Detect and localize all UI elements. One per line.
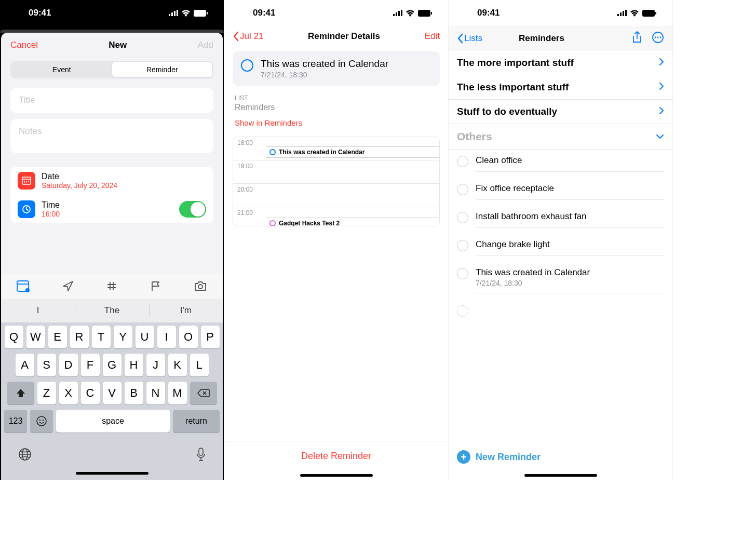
home-indicator[interactable] (300, 474, 373, 477)
phone-new-reminder: 09:41 Cancel New Add Event Reminder Titl… (0, 0, 224, 480)
key-i[interactable]: I (157, 326, 176, 348)
completion-circle[interactable] (241, 59, 253, 72)
key-z[interactable]: Z (37, 382, 56, 405)
suggestion-bar: I The I'm (1, 299, 223, 322)
completion-circle[interactable] (457, 212, 468, 223)
completion-circle[interactable] (457, 184, 468, 195)
svg-point-38 (655, 37, 656, 38)
key-s[interactable]: S (37, 354, 56, 376)
time-toggle[interactable] (179, 201, 206, 218)
mic-icon[interactable] (196, 447, 206, 464)
list-row[interactable]: Stuff to do eventually (449, 100, 672, 124)
key-e[interactable]: E (48, 326, 67, 348)
suggestion-3[interactable]: I'm (149, 299, 223, 322)
key-l[interactable]: L (190, 354, 209, 376)
key-f[interactable]: F (81, 354, 100, 376)
key-w[interactable]: W (26, 326, 45, 348)
signal-icon (169, 10, 178, 16)
timeline-event[interactable]: This was created in Calendar (266, 146, 439, 158)
reminder-item[interactable]: This was created in Calendar 7/21/24, 18… (449, 262, 672, 299)
show-in-reminders-link[interactable]: Show in Reminders (224, 113, 448, 134)
reminder-date: 7/21/24, 18:30 (261, 71, 388, 79)
completion-circle[interactable] (457, 156, 468, 167)
key-g[interactable]: G (103, 354, 122, 376)
title-input[interactable]: Title (10, 88, 213, 113)
return-key[interactable]: return (173, 410, 220, 433)
delete-reminder-button[interactable]: Delete Reminder (224, 441, 448, 471)
home-indicator[interactable] (76, 472, 148, 475)
notes-card: Notes (10, 119, 213, 153)
segment-event[interactable]: Event (11, 62, 112, 77)
reminder-item[interactable]: Fix office receptacle (449, 178, 672, 206)
segmented-control[interactable]: Event Reminder (10, 61, 213, 78)
new-reminder-button[interactable]: + New Reminder (449, 443, 672, 471)
space-key[interactable]: space (56, 410, 170, 433)
numbers-key[interactable]: 123 (4, 410, 27, 433)
list-value: Reminders (224, 102, 448, 113)
key-r[interactable]: R (70, 326, 89, 348)
key-h[interactable]: H (125, 354, 143, 376)
location-accessory-icon[interactable] (62, 280, 74, 294)
others-header[interactable]: Others (449, 124, 672, 150)
key-t[interactable]: T (92, 326, 111, 348)
key-n[interactable]: N (146, 382, 165, 405)
timeline-event[interactable]: Gadget Hacks Test 2 (266, 218, 439, 226)
key-b[interactable]: B (125, 382, 143, 405)
edit-button[interactable]: Edit (425, 31, 440, 42)
key-u[interactable]: U (136, 326, 154, 348)
list-row[interactable]: The less important stuff (449, 75, 672, 100)
time-row[interactable]: Time 16:00 (10, 195, 213, 223)
svg-rect-27 (398, 11, 400, 16)
tag-accessory-icon[interactable] (105, 280, 118, 294)
key-c[interactable]: C (81, 382, 100, 405)
add-button[interactable]: Add (198, 40, 213, 50)
reminder-item[interactable]: Install bathroom exhaust fan (449, 206, 672, 234)
suggestion-1[interactable]: I (1, 299, 75, 322)
new-item-placeholder[interactable] (449, 299, 672, 322)
reminder-title: Install bathroom exhaust fan (476, 211, 664, 222)
key-v[interactable]: V (103, 382, 122, 405)
svg-point-9 (26, 181, 27, 182)
completion-circle[interactable] (457, 240, 468, 251)
reminder-item[interactable]: Clean office (449, 150, 672, 178)
key-q[interactable]: Q (5, 326, 23, 348)
key-y[interactable]: Y (114, 326, 132, 348)
key-d[interactable]: D (59, 354, 78, 376)
cancel-button[interactable]: Cancel (10, 40, 38, 50)
suggestion-2[interactable]: The (75, 299, 148, 322)
segment-reminder[interactable]: Reminder (112, 62, 213, 77)
reminder-item[interactable]: Change brake light (449, 234, 672, 262)
flag-accessory-icon[interactable] (150, 280, 162, 294)
backspace-key[interactable] (190, 382, 217, 405)
svg-point-20 (43, 420, 44, 421)
reminder-title: Change brake light (476, 239, 664, 250)
svg-rect-0 (169, 14, 170, 16)
share-icon[interactable] (632, 31, 642, 46)
key-o[interactable]: O (179, 326, 198, 348)
more-icon[interactable] (652, 31, 664, 46)
timeline[interactable]: 18:00 This was created in Calendar 19:00… (233, 137, 440, 226)
list-name: The less important stuff (457, 82, 569, 93)
svg-rect-28 (401, 10, 402, 16)
emoji-key[interactable] (30, 410, 53, 433)
svg-rect-36 (655, 12, 656, 15)
back-button[interactable]: Jul 21 (233, 31, 263, 42)
key-m[interactable]: M (168, 382, 187, 405)
key-a[interactable]: A (16, 354, 34, 376)
key-k[interactable]: K (168, 354, 187, 376)
key-p[interactable]: P (201, 326, 220, 348)
chevron-down-icon (656, 134, 664, 139)
date-row[interactable]: Date Saturday, July 20, 2024 (10, 167, 213, 195)
calendar-accessory-icon[interactable] (17, 280, 30, 294)
status-bar: 09:41 (224, 0, 448, 26)
key-j[interactable]: J (146, 354, 165, 376)
reminder-card[interactable]: This was created in Calendar 7/21/24, 18… (233, 51, 440, 86)
home-indicator[interactable] (524, 474, 597, 477)
shift-key[interactable] (7, 382, 34, 405)
key-x[interactable]: X (59, 382, 78, 405)
list-row[interactable]: The more important stuff (449, 51, 672, 75)
globe-icon[interactable] (18, 447, 32, 464)
completion-circle[interactable] (457, 268, 468, 279)
camera-accessory-icon[interactable] (194, 280, 207, 294)
notes-input[interactable]: Notes (10, 119, 213, 144)
